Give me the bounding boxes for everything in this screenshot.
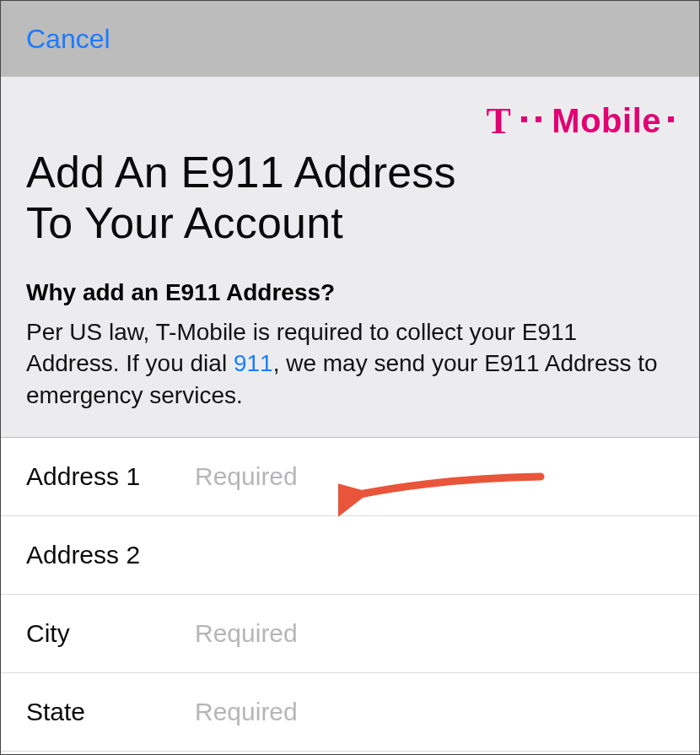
brand-dot-icon xyxy=(668,116,674,122)
row-city: City xyxy=(1,595,699,673)
state-field[interactable] xyxy=(195,698,674,726)
label-city: City xyxy=(26,619,195,648)
title-line-2: To Your Account xyxy=(26,198,343,247)
city-field[interactable] xyxy=(195,619,674,648)
cancel-button[interactable]: Cancel xyxy=(26,24,110,55)
brand-dots-icon xyxy=(521,116,541,122)
row-address-1: Address 1 xyxy=(1,438,699,516)
brand-word: Mobile xyxy=(552,102,661,140)
label-state: State xyxy=(26,698,195,726)
header-panel: T Mobile Add An E911 Address To Your Acc… xyxy=(1,77,699,438)
emergency-number-link[interactable]: 911 xyxy=(234,350,273,376)
info-description: Per US law, T-Mobile is required to coll… xyxy=(26,316,674,412)
label-address-2: Address 2 xyxy=(26,541,195,569)
label-address-1: Address 1 xyxy=(26,462,195,491)
address-1-field[interactable] xyxy=(195,462,674,491)
address-2-field[interactable] xyxy=(195,541,674,569)
page-title: Add An E911 Address To Your Account xyxy=(26,148,674,249)
row-address-2: Address 2 xyxy=(1,516,699,595)
navbar: Cancel xyxy=(1,1,699,77)
row-state: State xyxy=(1,673,699,752)
title-line-1: Add An E911 Address xyxy=(26,148,456,197)
brand-letter: T xyxy=(486,100,511,143)
tmobile-logo: T Mobile xyxy=(486,100,674,143)
address-form: Address 1 Address 2 City State xyxy=(1,438,699,752)
info-subheading: Why add an E911 Address? xyxy=(26,279,674,306)
brand-row: T Mobile xyxy=(26,97,674,144)
